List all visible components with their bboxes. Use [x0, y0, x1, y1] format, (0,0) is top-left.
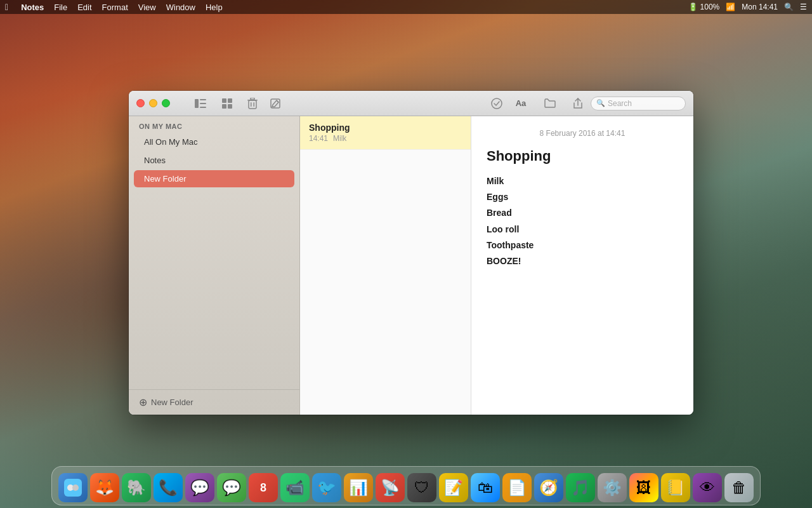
dock-spotify[interactable]: 🎵 [566, 473, 595, 502]
note-item-title: Shopping [309, 123, 462, 133]
menubar-battery: 🔋 100% [688, 3, 719, 11]
close-button[interactable] [136, 99, 145, 107]
note-line-3: Loo roll [487, 222, 678, 237]
svg-rect-7 [228, 104, 232, 109]
svg-rect-9 [251, 98, 254, 100]
search-icon: 🔍 [596, 99, 605, 107]
grid-view-button[interactable] [217, 95, 237, 112]
dock-keynote[interactable]: 📊 [344, 473, 373, 502]
search-box[interactable]: 🔍 Search [591, 97, 686, 110]
dock-messages[interactable]: 💬 [217, 473, 246, 502]
menubar:  Notes File Edit Format View Window Hel… [0, 0, 812, 14]
dock-appstore[interactable]: 🛍 [471, 473, 500, 502]
share-button[interactable] [568, 95, 588, 112]
compose-button[interactable] [265, 95, 285, 112]
font-button[interactable]: Aa [509, 95, 532, 112]
dock-notes[interactable]: 📒 [661, 473, 690, 502]
dock-finder[interactable] [58, 473, 88, 502]
note-item-meta: 14:41 Milk [309, 134, 462, 143]
note-item-time: 14:41 [309, 134, 328, 143]
minimize-button[interactable] [149, 99, 157, 107]
svg-rect-2 [200, 103, 206, 104]
sidebar-item-notes[interactable]: Notes [134, 152, 294, 169]
menubar-file[interactable]: File [54, 3, 67, 12]
notes-window: Aa 🔍 Search On My Mac All On My Mac [129, 91, 693, 415]
new-folder-button[interactable]: ⊕ New Folder [129, 389, 299, 415]
svg-rect-11 [251, 102, 252, 107]
dock-fantastical[interactable]: 8 [249, 473, 278, 502]
svg-point-18 [72, 485, 79, 491]
svg-rect-10 [249, 100, 256, 109]
folder-button[interactable] [535, 95, 565, 112]
dock-facetime[interactable]: 📹 [280, 473, 310, 502]
note-line-0: Milk [487, 173, 678, 189]
dock-firefox[interactable]: 🦊 [90, 473, 119, 502]
svg-rect-1 [200, 99, 206, 100]
sidebar-item-new-folder[interactable]: New Folder [134, 170, 294, 187]
checklist-button[interactable] [487, 95, 507, 112]
menubar-window[interactable]: Window [166, 3, 195, 12]
maximize-button[interactable] [162, 99, 170, 107]
menubar-wifi: 📶 [726, 3, 735, 11]
toolbar: Aa 🔍 Search [129, 91, 693, 116]
sidebar-item-all[interactable]: All On My Mac [134, 133, 294, 150]
note-content[interactable]: Milk Eggs Bread Loo roll Toothpaste BOOZ… [487, 173, 678, 269]
sidebar-section-header: On My Mac [129, 116, 299, 133]
apple-menu[interactable]:  [5, 2, 8, 12]
menubar-search-icon[interactable]: 🔍 [784, 3, 794, 11]
menubar-format[interactable]: Format [102, 3, 128, 12]
svg-rect-5 [228, 98, 232, 103]
plus-icon: ⊕ [139, 396, 147, 408]
dock-pages[interactable]: 📄 [502, 473, 532, 502]
dock-trash[interactable]: 🗑 [724, 473, 754, 502]
svg-rect-0 [195, 99, 199, 108]
note-list-item[interactable]: Shopping 14:41 Milk [300, 116, 471, 150]
traffic-lights [136, 99, 170, 107]
menubar-app-name[interactable]: Notes [21, 3, 44, 12]
menubar-time: Mon 14:41 [742, 3, 778, 11]
note-editor[interactable]: 8 February 2016 at 14:41 Shopping Milk E… [471, 116, 693, 415]
dock-safari[interactable]: 🧭 [534, 473, 563, 502]
dock-cloak[interactable]: 🛡 [407, 473, 436, 502]
note-line-1: Eggs [487, 189, 678, 205]
dock-filezilla[interactable]: 📡 [376, 473, 405, 502]
note-item-preview: Milk [333, 134, 346, 143]
note-line-2: Bread [487, 205, 678, 221]
menubar-help[interactable]: Help [206, 3, 223, 12]
dock-photos[interactable]: 🖼 [629, 473, 658, 502]
dock-skype[interactable]: 📞 [154, 473, 183, 502]
svg-rect-12 [254, 102, 255, 107]
svg-rect-4 [222, 98, 226, 103]
window-body: On My Mac All On My Mac Notes New Folder… [129, 116, 693, 415]
menubar-view[interactable]: View [138, 3, 156, 12]
svg-point-15 [492, 98, 502, 109]
delete-button[interactable] [242, 95, 263, 112]
dock-preview[interactable]: 👁 [693, 473, 722, 502]
sidebar: On My Mac All On My Mac Notes New Folder… [129, 116, 300, 415]
note-line-5: BOOZE! [487, 253, 678, 269]
dock-tweetbot[interactable]: 🐦 [312, 473, 341, 502]
note-line-4: Toothpaste [487, 237, 678, 253]
note-date: 8 February 2016 at 14:41 [487, 129, 678, 138]
search-placeholder: Search [608, 99, 632, 108]
dock-evernote[interactable]: 🐘 [122, 473, 151, 502]
menubar-menu-icon[interactable]: ☰ [800, 3, 807, 11]
menubar-edit[interactable]: Edit [77, 3, 91, 12]
svg-rect-3 [200, 107, 206, 108]
dock-growl[interactable]: 💬 [185, 473, 214, 502]
dock: 🦊 🐘 📞 💬 💬 8 📹 🐦 📊 📡 🛡 📝 🛍 📄 🧭 🎵 ⚙️ 🖼 📒 👁… [51, 466, 761, 505]
sidebar-toggle-button[interactable] [185, 95, 216, 112]
dock-sysprefs[interactable]: ⚙️ [598, 473, 627, 502]
notes-list: Shopping 14:41 Milk [300, 116, 471, 415]
dock-stickies[interactable]: 📝 [439, 473, 468, 502]
note-title: Shopping [487, 148, 678, 164]
svg-rect-6 [222, 104, 226, 109]
